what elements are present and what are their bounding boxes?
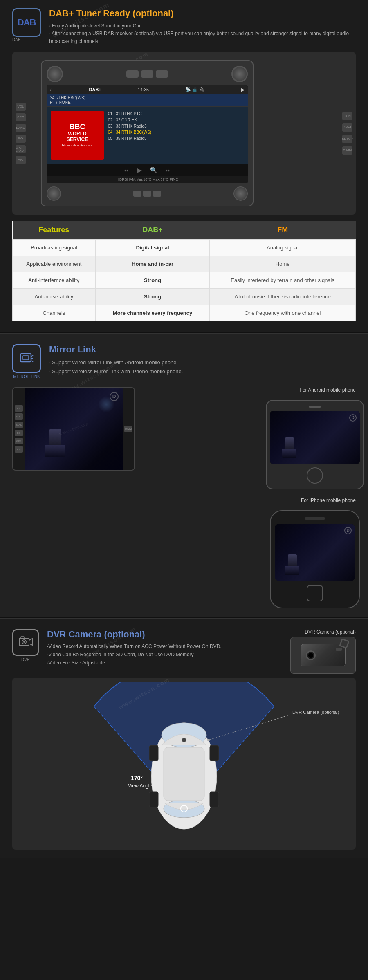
dab-icon-wrapper: DAB DAB+: [12, 8, 41, 42]
dab-source-label: DAB+: [89, 87, 101, 92]
iphone-home-btn[interactable]: [307, 585, 323, 601]
camera-mount: [339, 638, 350, 649]
dimm-side[interactable]: DIMM: [124, 426, 132, 432]
ch-num-2: 02: [108, 118, 112, 122]
dab-icon: DAB: [12, 8, 41, 37]
svg-rect-18: [210, 745, 219, 761]
car-top-view-svg: 170° View Angle DVR Camera (optional): [12, 682, 356, 845]
mirror-icon-label: MIRROR LINK: [13, 375, 40, 379]
dab-device-wrapper: www.witson.com VOL SRC BAND EQ GPS CARD …: [12, 52, 356, 215]
pty-info: PTY:NONE: [50, 100, 245, 105]
left-side-controls: VOL SRC BAND EQ GPS CARD MIC: [16, 103, 26, 164]
dvr-car-view: www.witson.com: [12, 678, 356, 850]
right-knob[interactable]: [231, 66, 248, 82]
channel-list: 01 31 RTHK PTC 02 32 CNR HK 03 33 RTHK R…: [108, 111, 244, 160]
bottom-right-knob[interactable]: [233, 186, 248, 201]
dvr-icon: [12, 629, 39, 656]
dab-header: DAB DAB+ DAB+ Tuner Ready (optional) · E…: [12, 8, 356, 46]
android-icon: ▶: [241, 87, 245, 92]
vol-side[interactable]: VOL: [15, 405, 23, 412]
dimm-btn[interactable]: DIMM: [342, 146, 352, 155]
dab-val-1: Digital signal: [95, 239, 210, 256]
channel-item-3[interactable]: 03 33 RTHK Radio3: [108, 123, 244, 129]
dvr-camera-display: DVR Camera (optional): [290, 629, 356, 674]
car-right-btns: DIMM: [123, 422, 134, 435]
feature-3: Anti-interfernce ability: [13, 272, 96, 288]
comparison-table: Features DAB+ FM Broadcasting signal Dig…: [12, 221, 356, 321]
comparison-section: Features DAB+ FM Broadcasting signal Dig…: [0, 215, 368, 332]
iphone-speaker: [305, 517, 325, 520]
play-btn[interactable]: ▶: [137, 167, 142, 173]
mic-btn[interactable]: MIC: [16, 156, 26, 164]
prev-btn[interactable]: ⏮: [123, 167, 129, 173]
mirror-text: Mirror Link · Support Wired Mirror Link …: [49, 344, 183, 376]
phone-speaker: [309, 406, 321, 408]
tun-btn[interactable]: TUN: [342, 112, 352, 120]
vol-btn[interactable]: VOL: [16, 103, 26, 111]
home-icon: ⌂: [50, 87, 53, 92]
channel-item-1[interactable]: 01 31 RTHK PTC: [108, 111, 244, 117]
svg-rect-19: [149, 792, 158, 807]
mirror-icon: [12, 344, 41, 373]
android-phone-container: D: [266, 400, 356, 489]
eq-side[interactable]: EQ: [15, 430, 23, 436]
ch-num-5: 05: [108, 136, 112, 141]
band-btn[interactable]: BAND: [16, 124, 26, 132]
iphone-screen: D: [275, 524, 355, 581]
bottom-left-knob[interactable]: [47, 186, 61, 201]
setup-btn[interactable]: SETUP: [342, 135, 352, 143]
bot-btn-3[interactable]: [153, 191, 161, 197]
src-btn[interactable]: SRC: [16, 113, 26, 121]
channel-item-5[interactable]: 05 35 RTHK Radio5: [108, 135, 244, 141]
fm-val-1: Analog signal: [210, 239, 356, 256]
top-btn-3[interactable]: [156, 70, 168, 78]
eq-btn[interactable]: EQ: [16, 135, 26, 143]
camera-lens-inner: [308, 653, 313, 658]
gps-btn[interactable]: GPS CARD: [16, 145, 26, 153]
feature-4: Anti-noise ability: [13, 288, 96, 305]
channel-item-2[interactable]: 02 32 CNR HK: [108, 117, 244, 123]
src-side[interactable]: SRC: [15, 413, 23, 420]
bot-btn-1[interactable]: [133, 191, 141, 197]
top-btn-2[interactable]: [141, 70, 153, 78]
band-side[interactable]: BAND: [15, 422, 23, 428]
feature-1: Broadcasting signal: [13, 239, 96, 256]
channel-item-4[interactable]: 04 34 RTHK BBC(WS): [108, 129, 244, 135]
svg-point-26: [207, 739, 210, 741]
mirror-bullet2: · Support Wireless Mirror Link with iPho…: [49, 367, 183, 376]
svg-text:View Angle: View Angle: [128, 783, 152, 789]
bbc-url: bbcworldservice.com: [62, 144, 93, 147]
mirror-section: www.witson.com MIRROR LINK Mirror Link ·…: [0, 333, 368, 617]
d-badge: D: [110, 392, 119, 401]
dab-val-5: More channels every frequency: [95, 305, 210, 321]
dab-icon-text: DAB: [18, 17, 36, 28]
top-btn-1[interactable]: [126, 70, 139, 78]
phones-column: For Android mobile phone D: [143, 387, 356, 608]
gps-side[interactable]: GPS: [15, 438, 23, 444]
next-btn[interactable]: ⏭: [165, 167, 171, 173]
car-screen: D www.witson.com: [25, 388, 123, 470]
search-btn[interactable]: 🔍: [150, 167, 157, 173]
home-button[interactable]: [307, 467, 323, 484]
dvr-camera-icon: [18, 635, 34, 650]
left-knob[interactable]: [47, 66, 63, 82]
screen-bottom-bar: HORSHAM:Min.16°C,Max.39°C FINE: [47, 176, 248, 183]
table-row-3: Anti-interfernce ability Strong Easily i…: [13, 272, 356, 288]
mirror-icon-wrapper: MIRROR LINK: [12, 344, 41, 379]
table-row-4: Anti-noise ability Strong A lot of nosie…: [13, 288, 356, 305]
station-info-bar: 34 RTHK BBC(WS) PTY:NONE: [47, 94, 248, 107]
mic-side[interactable]: MIC: [15, 446, 23, 453]
iphone-label: For iPhone mobile phone: [143, 498, 356, 503]
svg-text:DVR Camera (optional): DVR Camera (optional): [292, 710, 339, 715]
bottom-controls: [47, 186, 248, 201]
dab-val-4: Strong: [95, 288, 210, 305]
svg-line-4: [31, 361, 33, 362]
bot-btn-2[interactable]: [143, 191, 151, 197]
dvr-title: DVR Camera (optional): [47, 629, 222, 640]
navi-btn[interactable]: NAVI: [342, 123, 352, 132]
mirror-bullet1: · Support Wired Mirror Link with Android…: [49, 358, 183, 367]
dab-icon-label: DAB+: [12, 38, 41, 42]
dvr-bullet1: ·Video Record Automatically When Turn on…: [47, 642, 222, 650]
fm-val-3: Easily interfered by terrain and other s…: [210, 272, 356, 288]
ch-num-3: 03: [108, 124, 112, 128]
